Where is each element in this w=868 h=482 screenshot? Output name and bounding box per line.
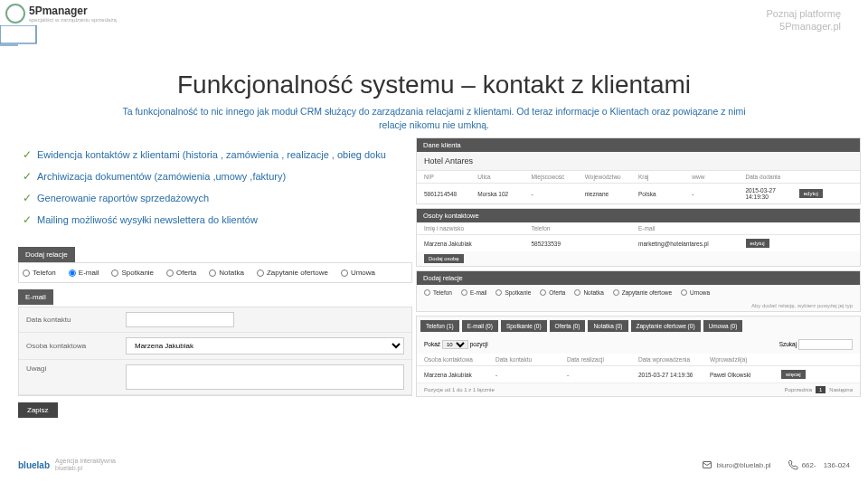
relation-tabs: Telefon (1) E-mail (0) Spotkanie (0) Ofe… <box>417 317 860 336</box>
radio-umowa[interactable]: Umowa <box>681 289 710 296</box>
relation-hint: Aby dodać relację, wybierz powyżej jej t… <box>417 300 860 311</box>
page-title: Funkcjonalność systemu – kontakt z klien… <box>0 71 868 99</box>
brand-name: 5Pmanager <box>29 5 117 17</box>
radio-umowa[interactable]: Umowa <box>341 269 375 277</box>
radio-telefon[interactable]: Telefon <box>23 269 56 277</box>
relation-type-radios: Telefon E-mail Spotkanie Oferta Notatka … <box>18 262 412 283</box>
tab-zapytanie[interactable]: Zapytanie ofertowe (0) <box>631 320 701 332</box>
mail-icon <box>702 459 712 470</box>
tab-umowa[interactable]: Umowa (0) <box>703 320 743 332</box>
radio-notatka[interactable]: Notatka <box>574 289 603 296</box>
pagination-info: Pozycje od 1 do 1 z 1 łącznie <box>424 387 495 392</box>
client-name: Hotel Antares <box>417 152 860 171</box>
tab-oferta[interactable]: Oferta (0) <box>550 320 586 332</box>
footer-logo: bluelab <box>18 460 50 470</box>
edit-button[interactable]: edytuj <box>799 189 823 198</box>
list-item: ✓Generowanie raportów sprzedażowych <box>23 192 386 204</box>
date-input[interactable] <box>126 312 234 327</box>
brand-tagline: specjaliści w zarządzaniu sprzedażą <box>29 17 117 23</box>
logo-circle <box>5 4 25 24</box>
notes-textarea[interactable] <box>126 364 404 390</box>
relation-radios: Telefon E-mail Spotkanie Oferta Notatka … <box>417 285 860 300</box>
contacts-columns: Imię i nazwiskoTelefonE-mail <box>417 222 860 235</box>
next-link[interactable]: Następna <box>829 387 853 392</box>
decorative-lines <box>0 25 45 61</box>
radio-email[interactable]: E-mail <box>461 289 486 296</box>
tab-email[interactable]: E-mail (0) <box>462 320 498 332</box>
footer-agency: Agencja Interaktywnabluelab.pl <box>55 458 116 471</box>
list-item: ✓Archiwizacja dokumentów (zamówienia ,um… <box>23 170 386 183</box>
tab-notatka[interactable]: Notatka (0) <box>588 320 627 332</box>
radio-spotkanie[interactable]: Spotkanie <box>495 289 531 296</box>
prev-link[interactable]: Poprzednia <box>785 387 812 392</box>
radio-oferta[interactable]: Oferta <box>166 269 196 277</box>
tab-spotkanie[interactable]: Spotkanie (0) <box>501 320 547 332</box>
client-data-header: Dane klienta <box>417 138 860 152</box>
person-label: Osoba kontaktowa <box>26 342 126 350</box>
check-icon: ✓ <box>23 213 32 226</box>
header-logo: 5Pmanager specjaliści w zarządzaniu sprz… <box>5 4 117 24</box>
radio-notatka[interactable]: Notatka <box>209 269 244 277</box>
radio-telefon[interactable]: Telefon <box>424 289 452 296</box>
email-section-header: E-mail <box>18 289 53 305</box>
date-label: Data kontaktu <box>26 316 126 324</box>
page-subtitle: Ta funkcjonalność to nic innego jak modu… <box>108 105 760 131</box>
check-icon: ✓ <box>23 148 32 161</box>
search-input[interactable] <box>798 339 853 350</box>
radio-zapytanie[interactable]: Zapytanie ofertowe <box>613 289 672 296</box>
relation-columns: Osoba kontaktowaData kontaktuData realiz… <box>417 354 860 366</box>
page-size-select[interactable]: 10 <box>442 340 468 349</box>
add-relation-header: Dodaj relacje <box>417 271 860 285</box>
person-select[interactable]: Marzena Jakubiak <box>126 337 404 354</box>
more-button[interactable]: więcej <box>781 370 806 379</box>
phone-icon <box>788 459 798 470</box>
contact-row: Marzena Jakubiak585233539marketing@hotel… <box>417 235 860 251</box>
relation-row: Marzena Jakubiak--2015-03-27 14:19:36Paw… <box>417 366 860 383</box>
tab-telefon[interactable]: Telefon (1) <box>420 320 459 332</box>
radio-email[interactable]: E-mail <box>69 269 99 277</box>
feature-list: ✓Ewidencja kontaktów z klientami (histor… <box>23 148 386 235</box>
client-columns: NIPUlicaMiejscowośćWojewództwoKrajwwwDat… <box>417 171 860 184</box>
page-number[interactable]: 1 <box>816 386 826 393</box>
check-icon: ✓ <box>23 170 32 183</box>
left-form-panel: Dodaj relacje Telefon E-mail Spotkanie O… <box>18 244 412 421</box>
footer-phone: 662-136-024 <box>788 459 850 470</box>
list-item: ✓Mailing możliwość wysyłki newslettera d… <box>23 213 386 226</box>
footer-email: biuro@bluelab.pl <box>702 459 770 470</box>
save-button[interactable]: Zapisz <box>18 402 58 418</box>
edit-button[interactable]: edytuj <box>746 239 769 248</box>
add-person-button[interactable]: Dodaj osobę <box>424 254 464 263</box>
right-client-panel: Dane klienta Hotel Antares NIPUlicaMiejs… <box>416 137 861 401</box>
radio-oferta[interactable]: Oferta <box>540 289 565 296</box>
radio-spotkanie[interactable]: Spotkanie <box>111 269 154 277</box>
client-row: 5861214548Morska 102-nieznanePolska-2015… <box>417 184 860 203</box>
check-icon: ✓ <box>23 192 32 204</box>
notes-label: Uwagi <box>26 364 126 373</box>
contacts-header: Osoby kontaktowe <box>417 209 860 222</box>
top-right-caption: Poznaj platformę5Pmanager.pl <box>766 7 841 33</box>
list-item: ✓Ewidencja kontaktów z klientami (histor… <box>23 148 386 161</box>
radio-zapytanie[interactable]: Zapytanie ofertowe <box>257 269 328 277</box>
slide-footer: bluelab Agencja Interaktywnabluelab.pl b… <box>0 451 868 478</box>
add-relation-header: Dodaj relacje <box>18 247 75 262</box>
